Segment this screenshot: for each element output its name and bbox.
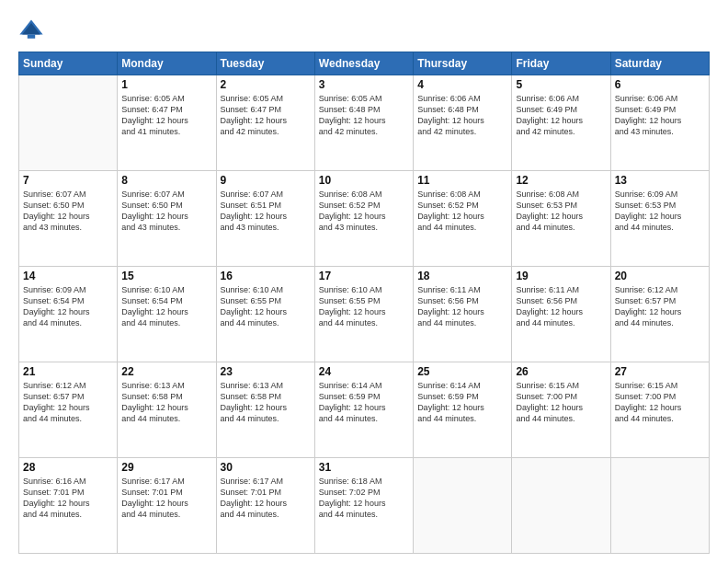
day-number: 1 xyxy=(121,78,211,91)
calendar-cell: 11Sunrise: 6:08 AM Sunset: 6:52 PM Dayli… xyxy=(414,171,512,267)
calendar-cell: 27Sunrise: 6:15 AM Sunset: 7:00 PM Dayli… xyxy=(610,362,709,458)
day-number: 30 xyxy=(221,461,311,474)
day-info: Sunrise: 6:06 AM Sunset: 6:49 PM Dayligh… xyxy=(516,93,606,138)
day-info: Sunrise: 6:07 AM Sunset: 6:51 PM Dayligh… xyxy=(221,189,311,234)
calendar-cell: 30Sunrise: 6:17 AM Sunset: 7:01 PM Dayli… xyxy=(216,458,314,554)
day-number: 17 xyxy=(319,270,409,282)
day-info: Sunrise: 6:10 AM Sunset: 6:55 PM Dayligh… xyxy=(319,284,409,329)
day-number: 16 xyxy=(221,270,311,282)
day-info: Sunrise: 6:05 AM Sunset: 6:48 PM Dayligh… xyxy=(319,93,409,138)
logo xyxy=(18,17,48,42)
calendar-week-row: 21Sunrise: 6:12 AM Sunset: 6:57 PM Dayli… xyxy=(19,362,710,458)
day-number: 6 xyxy=(615,78,705,91)
day-info: Sunrise: 6:12 AM Sunset: 6:57 PM Dayligh… xyxy=(615,284,705,329)
day-info: Sunrise: 6:18 AM Sunset: 7:02 PM Dayligh… xyxy=(319,476,409,521)
day-info: Sunrise: 6:17 AM Sunset: 7:01 PM Dayligh… xyxy=(221,476,311,521)
weekday-header: Wednesday xyxy=(314,52,413,75)
header xyxy=(18,17,710,42)
day-number: 29 xyxy=(121,461,211,474)
day-info: Sunrise: 6:11 AM Sunset: 6:56 PM Dayligh… xyxy=(516,284,606,329)
day-info: Sunrise: 6:14 AM Sunset: 6:59 PM Dayligh… xyxy=(319,380,409,425)
day-info: Sunrise: 6:13 AM Sunset: 6:58 PM Dayligh… xyxy=(121,380,211,425)
calendar-cell xyxy=(414,458,512,554)
calendar-cell: 19Sunrise: 6:11 AM Sunset: 6:56 PM Dayli… xyxy=(512,267,610,362)
weekday-header: Thursday xyxy=(414,52,512,75)
logo-icon xyxy=(18,17,44,42)
day-number: 11 xyxy=(417,174,507,187)
calendar-cell: 23Sunrise: 6:13 AM Sunset: 6:58 PM Dayli… xyxy=(216,362,314,458)
day-number: 27 xyxy=(615,365,705,378)
day-info: Sunrise: 6:12 AM Sunset: 6:57 PM Dayligh… xyxy=(23,380,113,425)
day-number: 14 xyxy=(23,270,113,282)
day-info: Sunrise: 6:05 AM Sunset: 6:47 PM Dayligh… xyxy=(221,93,311,138)
day-info: Sunrise: 6:10 AM Sunset: 6:54 PM Dayligh… xyxy=(121,284,211,329)
calendar-cell: 10Sunrise: 6:08 AM Sunset: 6:52 PM Dayli… xyxy=(314,171,413,267)
calendar-cell xyxy=(610,458,709,554)
weekday-header: Saturday xyxy=(610,52,709,75)
day-number: 25 xyxy=(417,365,507,378)
day-number: 13 xyxy=(615,174,705,187)
day-info: Sunrise: 6:08 AM Sunset: 6:52 PM Dayligh… xyxy=(417,189,507,234)
day-number: 3 xyxy=(319,78,409,91)
day-number: 10 xyxy=(319,174,409,187)
calendar-cell: 28Sunrise: 6:16 AM Sunset: 7:01 PM Dayli… xyxy=(19,458,118,554)
day-number: 20 xyxy=(615,270,705,282)
day-info: Sunrise: 6:09 AM Sunset: 6:53 PM Dayligh… xyxy=(615,189,705,234)
day-info: Sunrise: 6:13 AM Sunset: 6:58 PM Dayligh… xyxy=(221,380,311,425)
weekday-header: Friday xyxy=(512,52,610,75)
calendar-cell: 20Sunrise: 6:12 AM Sunset: 6:57 PM Dayli… xyxy=(610,267,709,362)
day-number: 23 xyxy=(221,365,311,378)
day-info: Sunrise: 6:09 AM Sunset: 6:54 PM Dayligh… xyxy=(23,284,113,329)
day-info: Sunrise: 6:11 AM Sunset: 6:56 PM Dayligh… xyxy=(417,284,507,329)
svg-rect-2 xyxy=(28,35,35,39)
page: SundayMondayTuesdayWednesdayThursdayFrid… xyxy=(0,0,728,563)
day-info: Sunrise: 6:16 AM Sunset: 7:01 PM Dayligh… xyxy=(23,476,113,521)
day-number: 19 xyxy=(516,270,606,282)
day-info: Sunrise: 6:14 AM Sunset: 6:59 PM Dayligh… xyxy=(417,380,507,425)
calendar-cell: 22Sunrise: 6:13 AM Sunset: 6:58 PM Dayli… xyxy=(118,362,216,458)
calendar-cell: 8Sunrise: 6:07 AM Sunset: 6:50 PM Daylig… xyxy=(118,171,216,267)
day-number: 22 xyxy=(121,365,211,378)
calendar-cell: 1Sunrise: 6:05 AM Sunset: 6:47 PM Daylig… xyxy=(118,75,216,171)
day-number: 26 xyxy=(516,365,606,378)
calendar-cell: 2Sunrise: 6:05 AM Sunset: 6:47 PM Daylig… xyxy=(216,75,314,171)
calendar-cell: 14Sunrise: 6:09 AM Sunset: 6:54 PM Dayli… xyxy=(19,267,118,362)
day-number: 8 xyxy=(121,174,211,187)
day-info: Sunrise: 6:15 AM Sunset: 7:00 PM Dayligh… xyxy=(516,380,606,425)
day-info: Sunrise: 6:06 AM Sunset: 6:49 PM Dayligh… xyxy=(615,93,705,138)
day-info: Sunrise: 6:17 AM Sunset: 7:01 PM Dayligh… xyxy=(121,476,211,521)
calendar-cell: 21Sunrise: 6:12 AM Sunset: 6:57 PM Dayli… xyxy=(19,362,118,458)
day-number: 21 xyxy=(23,365,113,378)
calendar-week-row: 14Sunrise: 6:09 AM Sunset: 6:54 PM Dayli… xyxy=(19,267,710,362)
calendar-cell: 16Sunrise: 6:10 AM Sunset: 6:55 PM Dayli… xyxy=(216,267,314,362)
calendar-cell: 18Sunrise: 6:11 AM Sunset: 6:56 PM Dayli… xyxy=(414,267,512,362)
calendar-cell: 12Sunrise: 6:08 AM Sunset: 6:53 PM Dayli… xyxy=(512,171,610,267)
calendar-cell: 5Sunrise: 6:06 AM Sunset: 6:49 PM Daylig… xyxy=(512,75,610,171)
day-info: Sunrise: 6:15 AM Sunset: 7:00 PM Dayligh… xyxy=(615,380,705,425)
day-info: Sunrise: 6:10 AM Sunset: 6:55 PM Dayligh… xyxy=(221,284,311,329)
day-info: Sunrise: 6:08 AM Sunset: 6:53 PM Dayligh… xyxy=(516,189,606,234)
calendar-week-row: 28Sunrise: 6:16 AM Sunset: 7:01 PM Dayli… xyxy=(19,458,710,554)
day-number: 15 xyxy=(121,270,211,282)
day-number: 18 xyxy=(417,270,507,282)
day-number: 31 xyxy=(319,461,409,474)
day-number: 2 xyxy=(221,78,311,91)
day-number: 24 xyxy=(319,365,409,378)
calendar-cell: 24Sunrise: 6:14 AM Sunset: 6:59 PM Dayli… xyxy=(314,362,413,458)
calendar-cell: 3Sunrise: 6:05 AM Sunset: 6:48 PM Daylig… xyxy=(314,75,413,171)
day-info: Sunrise: 6:07 AM Sunset: 6:50 PM Dayligh… xyxy=(23,189,113,234)
calendar-cell: 26Sunrise: 6:15 AM Sunset: 7:00 PM Dayli… xyxy=(512,362,610,458)
day-number: 12 xyxy=(516,174,606,187)
calendar-week-row: 1Sunrise: 6:05 AM Sunset: 6:47 PM Daylig… xyxy=(19,75,710,171)
weekday-header: Sunday xyxy=(19,52,118,75)
calendar-table: SundayMondayTuesdayWednesdayThursdayFrid… xyxy=(18,52,710,554)
calendar-cell xyxy=(512,458,610,554)
calendar-cell: 7Sunrise: 6:07 AM Sunset: 6:50 PM Daylig… xyxy=(19,171,118,267)
day-number: 9 xyxy=(221,174,311,187)
calendar-cell: 6Sunrise: 6:06 AM Sunset: 6:49 PM Daylig… xyxy=(610,75,709,171)
day-number: 28 xyxy=(23,461,113,474)
day-info: Sunrise: 6:06 AM Sunset: 6:48 PM Dayligh… xyxy=(417,93,507,138)
day-info: Sunrise: 6:05 AM Sunset: 6:47 PM Dayligh… xyxy=(121,93,211,138)
weekday-header: Monday xyxy=(118,52,216,75)
calendar-cell: 4Sunrise: 6:06 AM Sunset: 6:48 PM Daylig… xyxy=(414,75,512,171)
